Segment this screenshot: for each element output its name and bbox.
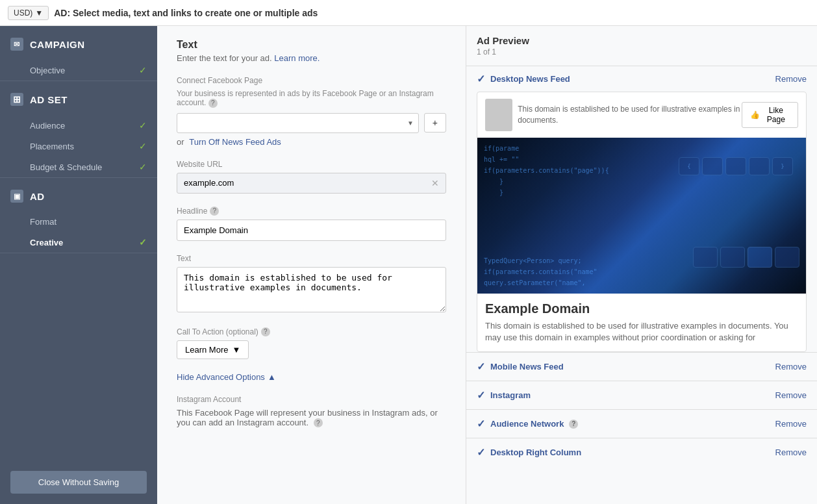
preview-panel: Ad Preview 1 of 1 ✓ Desktop News Feed Re…: [466, 26, 817, 504]
sidebar-ad-header: ▣ AD: [0, 178, 157, 212]
hide-advanced-options[interactable]: Hide Advanced Options ▲: [177, 372, 446, 382]
website-url-group: Website URL ✕: [177, 160, 446, 194]
campaign-label: CAMPAIGN: [30, 39, 85, 50]
title-prefix: AD:: [54, 8, 70, 18]
connect-fb-label: Connect Facebook Page: [177, 76, 446, 85]
sidebar-item-objective[interactable]: Objective ✓: [0, 60, 157, 81]
connect-fb-help-icon[interactable]: ?: [208, 99, 218, 108]
form-title: Text: [177, 39, 446, 51]
currency-selector[interactable]: USD) ▼: [8, 6, 49, 20]
headline-help-icon[interactable]: ?: [210, 207, 219, 216]
placement-remove-instagram[interactable]: Remove: [775, 390, 807, 400]
placements-label: Placements: [30, 142, 74, 151]
audience-check-icon: ✓: [139, 120, 147, 131]
placement-check-desktop-right: ✓: [477, 446, 485, 459]
audience-label: Audience: [30, 121, 65, 131]
turn-off-news-feed-link[interactable]: Turn Off News Feed Ads: [189, 137, 281, 147]
placement-remove-desktop-right[interactable]: Remove: [775, 447, 807, 457]
placement-title-audience-network: ✓ Audience Network ?: [477, 418, 578, 430]
headline-input[interactable]: [177, 220, 446, 241]
instagram-account-group: Instagram Account This Facebook Page wil…: [177, 395, 446, 428]
placement-remove-desktop[interactable]: Remove: [775, 74, 807, 84]
cta-dropdown-button[interactable]: Learn More ▼: [177, 340, 249, 359]
form-subtitle-text: Enter the text for your ad.: [177, 53, 272, 63]
adset-icon: ⊞: [10, 93, 23, 106]
placement-check-audience-network: ✓: [477, 418, 485, 430]
creative-check-icon: ✓: [139, 237, 147, 247]
placement-label-desktop-right: Desktop Right Column: [490, 447, 581, 457]
add-fb-page-button[interactable]: +: [424, 113, 446, 132]
placement-check-mobile: ✓: [477, 360, 485, 373]
placement-remove-audience-network[interactable]: Remove: [775, 419, 807, 429]
placement-row-audience-network: ✓ Audience Network ? Remove: [466, 409, 817, 438]
ad-domain-title: Example Domain: [485, 301, 798, 316]
main-content: Text Enter the text for your ad. Learn m…: [157, 26, 817, 504]
preview-count: 1 of 1: [477, 47, 807, 57]
placement-header-desktop: ✓ Desktop News Feed Remove: [466, 66, 817, 92]
hide-advanced-label: Hide Advanced Options: [177, 372, 265, 382]
placement-row-instagram: ✓ Instagram Remove: [466, 381, 817, 409]
placement-remove-mobile[interactable]: Remove: [775, 362, 807, 372]
placement-label-instagram: Instagram: [490, 390, 531, 400]
form-panel: Text Enter the text for your ad. Learn m…: [157, 26, 466, 504]
placements-check-icon: ✓: [139, 141, 147, 151]
website-url-label: Website URL: [177, 160, 446, 169]
sidebar-ad-section: ▣ AD Format Creative ✓: [0, 178, 157, 253]
ad-card-header: This domain is established to be used fo…: [477, 92, 806, 138]
title-text: Select media, text and links to create o…: [73, 8, 318, 18]
sidebar-bottom: Close Without Saving: [0, 460, 157, 504]
preview-header: Ad Preview 1 of 1: [466, 26, 817, 59]
connect-fb-group: Connect Facebook Page Your business is r…: [177, 76, 446, 147]
page-desc: This domain is established to be used fo…: [518, 104, 741, 126]
placement-label-mobile: Mobile News Feed: [490, 362, 564, 372]
website-url-input[interactable]: [184, 178, 431, 188]
like-page-button[interactable]: 👍 Like Page: [742, 102, 798, 128]
fb-page-select-wrapper: [177, 113, 419, 133]
url-clear-icon[interactable]: ✕: [431, 178, 439, 188]
page-title: AD: Select media, text and links to crea…: [54, 8, 809, 18]
objective-label: Objective: [30, 66, 65, 75]
placement-check-desktop: ✓: [477, 73, 485, 85]
like-btn-label: Like Page: [762, 106, 790, 124]
budget-label: Budget & Schedule: [30, 162, 102, 172]
ad-card-content: Example Domain This domain is establishe…: [477, 294, 806, 351]
learn-more-link[interactable]: Learn more.: [274, 53, 320, 63]
cta-label: Call To Action (optional) ?: [177, 327, 446, 336]
sidebar: ✉ CAMPAIGN Objective ✓ ⊞ AD SET Audience…: [0, 26, 157, 504]
headline-group: Headline ?: [177, 207, 446, 241]
ad-card-desktop: This domain is established to be used fo…: [477, 92, 807, 352]
preview-title: Ad Preview: [477, 35, 807, 46]
placement-title-mobile: ✓ Mobile News Feed: [477, 360, 564, 373]
placement-title-instagram: ✓ Instagram: [477, 389, 531, 401]
close-without-saving-button[interactable]: Close Without Saving: [10, 471, 147, 494]
creative-label: Creative: [30, 238, 63, 247]
format-label: Format: [30, 217, 57, 227]
form-subtitle: Enter the text for your ad. Learn more.: [177, 53, 446, 63]
sidebar-item-budget[interactable]: Budget & Schedule ✓: [0, 157, 157, 177]
sidebar-item-creative[interactable]: Creative ✓: [0, 232, 157, 253]
budget-check-icon: ✓: [139, 162, 147, 172]
like-icon: 👍: [750, 110, 760, 120]
instagram-help-icon[interactable]: ?: [314, 418, 323, 427]
sidebar-item-placements[interactable]: Placements ✓: [0, 136, 157, 157]
sidebar-adset-header: ⊞ AD SET: [0, 81, 157, 115]
sidebar-campaign-section: ✉ CAMPAIGN Objective ✓: [0, 26, 157, 81]
preview-section-desktop: ✓ Desktop News Feed Remove This domain i…: [466, 66, 817, 352]
audience-network-help-icon[interactable]: ?: [569, 420, 578, 429]
placement-label-desktop: Desktop News Feed: [490, 74, 570, 84]
sidebar-item-audience[interactable]: Audience ✓: [0, 115, 157, 136]
ad-domain-desc: This domain is established to be used fo…: [485, 320, 798, 344]
placement-title-desktop-right: ✓ Desktop Right Column: [477, 446, 581, 459]
text-input[interactable]: This domain is established to be used fo…: [177, 267, 446, 312]
placement-title-desktop: ✓ Desktop News Feed: [477, 73, 570, 85]
campaign-icon: ✉: [10, 38, 23, 51]
hide-advanced-icon: ▲: [268, 372, 276, 382]
turn-off-link-row: or Turn Off News Feed Ads: [177, 137, 446, 147]
cta-help-icon[interactable]: ?: [261, 327, 270, 336]
text-group: Text This domain is established to be us…: [177, 254, 446, 314]
connect-fb-desc: Your business is represented in ads by i…: [177, 89, 446, 108]
fb-page-select[interactable]: [177, 113, 419, 133]
connect-fb-row: +: [177, 113, 446, 133]
sidebar-item-format[interactable]: Format: [0, 212, 157, 232]
sidebar-campaign-header: ✉ CAMPAIGN: [0, 26, 157, 60]
